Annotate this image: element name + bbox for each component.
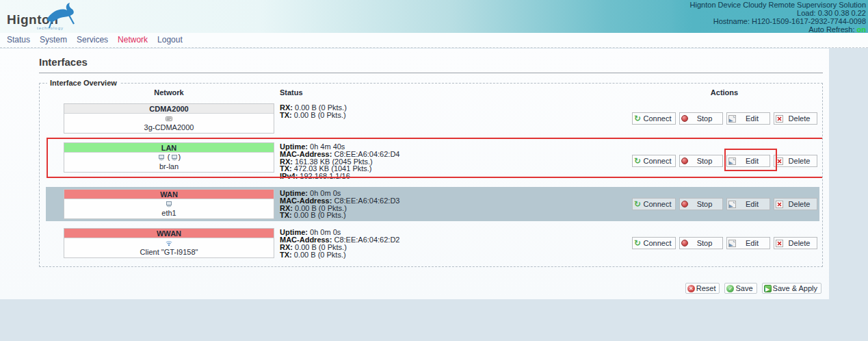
actions-cell: ↻ConnectStopEditDelete — [629, 142, 819, 180]
network-cell: WAN eth1 — [64, 189, 274, 219]
save-icon: ✓ — [726, 285, 734, 292]
status-cell: Uptime: 0h 4m 40sMAC-Address: C8:EE:A6:0… — [274, 142, 629, 180]
delete-icon — [776, 240, 783, 247]
interface-rows: CDMA2000 3g-CDMA2000 RX: 0.00 B (0 Pkts.… — [46, 101, 819, 260]
status-line: MAC-Address: C8:EE:A6:04:62:D3 — [280, 197, 629, 205]
column-status: Status — [274, 88, 629, 97]
load-average: Load: 0.30 0.38 0.22 — [690, 9, 866, 17]
delete-button[interactable]: Delete — [774, 237, 817, 249]
actions-cell: ↻ConnectStopEditDelete — [629, 103, 819, 134]
delete-icon — [776, 201, 783, 208]
connect-button[interactable]: ↻Connect — [632, 155, 676, 167]
network-box: WWAN Client "GT-I9158" — [64, 228, 274, 258]
status-line: MAC-Address: C8:EE:A6:04:62:D4 — [280, 151, 629, 158]
nav-item-network[interactable]: Network — [118, 35, 148, 45]
status-cell: RX: 0.00 B (0 Pkts.)TX: 0.00 B (0 Pkts.) — [274, 103, 629, 134]
connect-button[interactable]: ↻Connect — [632, 237, 676, 249]
stop-button[interactable]: Stop — [679, 155, 723, 167]
edit-icon — [728, 157, 736, 165]
network-cell: LAN () br-lan — [64, 142, 274, 180]
status-line: TX: 0.00 B (0 Pkts.) — [280, 112, 629, 119]
network-title: CDMA2000 — [64, 104, 274, 114]
network-title: WWAN — [64, 229, 274, 238]
status-line: TX: 0.00 B (0 Pkts.) — [280, 251, 629, 259]
iface-name: eth1 — [64, 209, 274, 218]
auto-refresh-label: Auto Refresh: — [808, 25, 854, 33]
connect-icon: ↻ — [634, 157, 641, 165]
nav-item-system[interactable]: System — [40, 35, 67, 45]
network-box: WAN eth1 — [64, 189, 274, 219]
iface-icon — [64, 238, 274, 248]
save-button[interactable]: ✓Save — [724, 283, 757, 294]
edit-icon — [728, 240, 736, 247]
edit-button[interactable]: Edit — [726, 155, 770, 167]
iface-name: Client "GT-I9158" — [64, 248, 274, 257]
network-title: WAN — [64, 190, 274, 199]
stop-button[interactable]: Stop — [679, 112, 723, 125]
stop-icon — [681, 115, 688, 122]
stop-button[interactable]: Stop — [679, 237, 723, 249]
network-title: LAN — [64, 143, 274, 153]
hostname: Hostname: H120-1509-1617-2932-7744-0098 — [690, 17, 866, 25]
status-cell: Uptime: 0h 0m 0sMAC-Address: C8:EE:A6:04… — [274, 189, 629, 219]
iface-icon — [64, 114, 274, 123]
stop-button[interactable]: Stop — [679, 198, 723, 210]
status-cell: Uptime: 0h 0m 0sMAC-Address: C8:EE:A6:04… — [274, 228, 629, 258]
antelope-icon — [42, 2, 78, 29]
actions-cell: ↻ConnectStopEditDelete — [629, 189, 819, 219]
stop-icon — [681, 201, 688, 207]
connect-icon: ↻ — [634, 240, 641, 247]
content-area: Interfaces Interface Overview Network St… — [0, 49, 868, 299]
delete-button[interactable]: Delete — [774, 155, 817, 167]
connect-button[interactable]: ↻Connect — [632, 198, 676, 210]
stop-icon — [681, 157, 688, 164]
save-apply-button[interactable]: ▶Save & Apply — [762, 283, 821, 294]
status-line: IPv4: 192.168.1.1/16 — [280, 173, 629, 180]
auto-refresh: Auto Refresh: on — [690, 25, 866, 33]
reset-button[interactable]: ✕Reset — [685, 283, 720, 294]
column-actions: Actions — [629, 88, 819, 97]
table-header-row: Network Status Actions — [46, 88, 819, 97]
edit-button[interactable]: Edit — [726, 237, 770, 249]
interface-row: WAN eth1 Uptime: 0h 0m 0sMAC-Address: C8… — [46, 187, 819, 221]
connect-icon: ↻ — [634, 115, 641, 123]
delete-button[interactable]: Delete — [774, 112, 817, 125]
right-margin — [829, 49, 868, 299]
network-cell: WWAN Client "GT-I9158" — [64, 228, 274, 258]
save-apply-icon: ▶ — [764, 285, 772, 292]
network-box: LAN () br-lan — [64, 142, 274, 173]
interface-row: WWAN Client "GT-I9158" Uptime: 0h 0m 0sM… — [46, 226, 819, 260]
ethernet-icon — [170, 154, 179, 162]
nav-item-logout[interactable]: Logout — [157, 35, 183, 45]
device-info-block: Hignton Device Cloudy Remote Supervisory… — [670, 0, 868, 33]
nav-item-status[interactable]: Status — [7, 35, 30, 45]
actions-cell: ↻ConnectStopEditDelete — [629, 228, 819, 258]
delete-icon — [776, 115, 783, 123]
ethernet-icon — [165, 201, 173, 208]
delete-icon — [776, 157, 783, 165]
auto-refresh-toggle[interactable]: on — [857, 25, 866, 33]
reset-icon: ✕ — [687, 285, 695, 292]
brand-logo: Hignton technology — [7, 3, 82, 31]
iface-name: br-lan — [64, 162, 274, 172]
interface-overview-fieldset: Interface Overview Network Status Action… — [39, 79, 823, 267]
edit-button[interactable]: Edit — [726, 112, 770, 125]
interface-row: CDMA2000 3g-CDMA2000 RX: 0.00 B (0 Pkts.… — [46, 101, 819, 136]
main-nav: StatusSystemServicesNetworkLogout — [0, 33, 868, 48]
edit-icon — [728, 201, 736, 208]
status-line: TX: 0.00 B (0 Pkts.) — [280, 212, 629, 219]
column-network: Network — [64, 88, 274, 97]
iface-icon: () — [64, 153, 274, 162]
delete-button[interactable]: Delete — [774, 198, 817, 210]
nav-item-services[interactable]: Services — [77, 35, 108, 45]
interface-table: Network Status Actions CDMA2000 3g-CDMA2… — [46, 88, 819, 260]
admin-page: Hignton technology Hignton Device Cloudy… — [0, 0, 868, 341]
footer-actions: ✕Reset✓Save▶Save & Apply — [685, 283, 821, 294]
fieldset-legend: Interface Overview — [47, 79, 120, 87]
connect-icon: ↻ — [634, 201, 641, 208]
connect-button[interactable]: ↻Connect — [632, 112, 676, 125]
interface-row: LAN () br-lan Uptime: 0h 4m 40sMAC-Addre… — [46, 140, 819, 182]
modem-icon — [165, 115, 173, 123]
edit-button[interactable]: Edit — [726, 198, 770, 210]
stop-icon — [681, 240, 688, 247]
